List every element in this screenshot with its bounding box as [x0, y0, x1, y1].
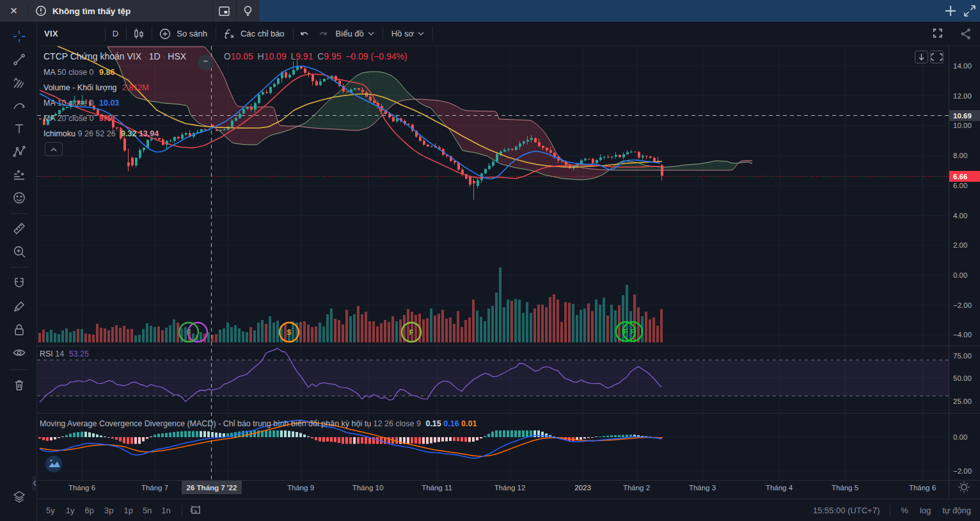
svg-text:8.00: 8.00 [953, 152, 967, 159]
svg-text:−2.00: −2.00 [953, 301, 972, 309]
svg-text:10.00: 10.00 [953, 122, 972, 129]
svg-text:Tháng 9: Tháng 9 [287, 484, 314, 492]
svg-text:25.00: 25.00 [953, 397, 972, 405]
svg-text:Tháng 5: Tháng 5 [832, 484, 858, 492]
svg-text:Tháng 4: Tháng 4 [766, 484, 793, 492]
svg-text:Tháng 7: Tháng 7 [141, 484, 168, 492]
svg-text:−4.00: −4.00 [953, 331, 972, 339]
svg-text:Tháng 12: Tháng 12 [494, 484, 526, 492]
svg-text:Tháng 2: Tháng 2 [623, 484, 650, 492]
svg-text:−2.00: −2.00 [953, 467, 972, 475]
svg-text:6.66: 6.66 [953, 173, 967, 180]
svg-text:26 Tháng 7 '22: 26 Tháng 7 '22 [187, 484, 237, 492]
svg-text:0.00: 0.00 [953, 271, 967, 279]
svg-text:4.00: 4.00 [953, 212, 967, 220]
svg-text:10.69: 10.69 [953, 112, 972, 120]
svg-text:75.00: 75.00 [953, 352, 972, 360]
svg-text:Tháng 10: Tháng 10 [352, 484, 384, 492]
svg-text:Tháng 6: Tháng 6 [909, 484, 936, 492]
svg-text:F: F [409, 328, 414, 336]
svg-text:Tháng 11: Tháng 11 [422, 484, 452, 492]
svg-text:12.00: 12.00 [953, 92, 972, 100]
svg-text:14.00: 14.00 [953, 62, 972, 70]
svg-text:S: S [287, 328, 291, 336]
svg-text:F: F [631, 328, 635, 335]
svg-text:Tháng 3: Tháng 3 [689, 484, 716, 492]
svg-text:F: F [187, 328, 191, 336]
svg-text:0.00: 0.00 [953, 433, 967, 441]
svg-text:2023: 2023 [574, 484, 591, 492]
svg-text:Tháng 6: Tháng 6 [68, 484, 95, 492]
svg-text:50.00: 50.00 [953, 374, 972, 382]
svg-text:2.00: 2.00 [953, 241, 967, 249]
svg-text:6.00: 6.00 [953, 182, 967, 189]
